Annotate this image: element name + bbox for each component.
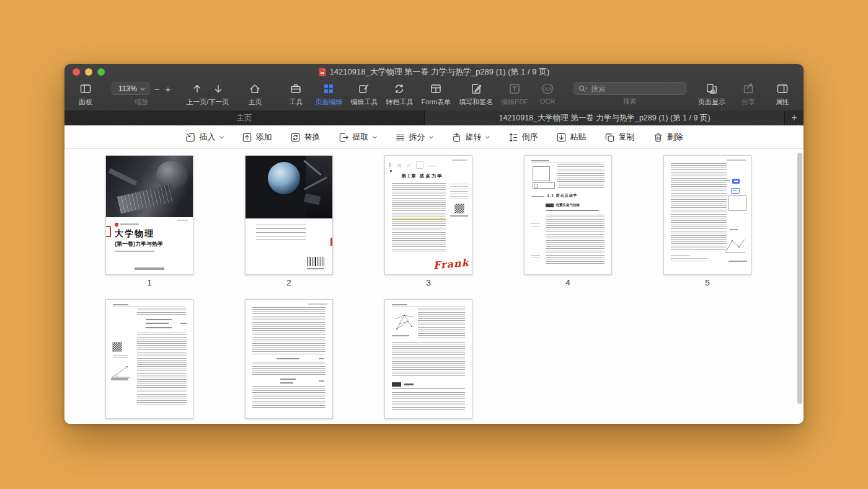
annotation-chip-outline[interactable] — [731, 188, 740, 194]
briefcase-icon — [290, 82, 302, 96]
zoom-controls: 113% − + 缩放 — [112, 82, 171, 107]
convert-arrows-icon — [393, 82, 405, 96]
caret-down-icon — [485, 136, 490, 139]
page-thumbnail-3[interactable]: × ✓ — 第1章 质点力学 Frank — [384, 155, 472, 275]
section-heading: 1.1 质点运动学 — [547, 193, 577, 199]
page-edit-action-bar: 插入 添加 替换 提取 拆分 — [64, 125, 804, 149]
panel-button[interactable]: 面板 — [74, 82, 97, 107]
rotate-button[interactable]: 旋转 — [451, 132, 490, 143]
page-preview-4: 1.1 质点运动学 位置矢量与位移 — [525, 156, 611, 274]
forms-button[interactable]: Form表单 — [421, 82, 451, 107]
replace-button[interactable]: 替换 — [290, 132, 321, 143]
svg-text:OCR: OCR — [543, 87, 552, 91]
page-cell-4: 1.1 质点运动学 位置矢量与位移 4 — [524, 155, 612, 287]
insert-icon — [185, 132, 196, 143]
pdf-app-window: 14210918_大学物理 第一卷 力学与热学_p289 (1) (第 1 / … — [64, 64, 804, 424]
form-table-icon — [430, 82, 442, 96]
page-cell-2: 2 — [245, 155, 333, 287]
tab-home[interactable]: 主页 — [64, 110, 425, 125]
split-icon — [395, 132, 405, 143]
insert-button[interactable]: 插入 — [185, 132, 224, 143]
zoom-in-button[interactable]: + — [165, 84, 172, 94]
page-edit-grid-icon — [322, 82, 335, 96]
page-number: 6 — [105, 422, 193, 424]
search-box[interactable] — [574, 82, 686, 95]
page-cell-6: 6 — [105, 299, 193, 424]
page-cell-8: 8 — [384, 299, 472, 424]
page-number: 4 — [524, 278, 612, 287]
page-preview-3: × ✓ — 第1章 质点力学 Frank — [385, 156, 472, 274]
tools-button[interactable]: 工具 — [285, 82, 307, 107]
new-tab-button[interactable]: + — [784, 110, 804, 125]
cover-title: 大学物理 — [115, 228, 154, 240]
barcode — [307, 257, 324, 266]
convert-tools-button[interactable]: 转档工具 — [386, 82, 413, 107]
cover-subtitle: (第一卷)力学与热学 — [115, 240, 163, 248]
home-button[interactable]: 主页 — [244, 82, 266, 107]
page-thumbnail-7[interactable] — [245, 299, 333, 419]
zoom-window-button[interactable] — [97, 68, 105, 76]
sidebar-panel-icon — [79, 82, 92, 96]
pdf-file-icon — [319, 68, 326, 76]
window-title: 14210918_大学物理 第一卷 力学与热学_p289 (1) (第 1 / … — [319, 66, 550, 78]
zoom-level-value: 113% — [118, 84, 137, 93]
page-thumbnail-5[interactable] — [663, 155, 751, 275]
page-thumbnail-4[interactable]: 1.1 质点运动学 位置矢量与位移 — [524, 155, 612, 275]
paste-button[interactable]: 粘贴 — [556, 132, 587, 143]
add-button[interactable]: 添加 — [242, 132, 272, 143]
caret-down-icon — [373, 136, 377, 139]
page-navigation: 上一页/下一页 — [186, 82, 229, 107]
split-button[interactable]: 拆分 — [395, 132, 433, 143]
page-cell-1: 大学物理 (第一卷)力学与热学 1 — [105, 155, 193, 287]
subsection-heading: 位置矢量与位移 — [556, 203, 580, 207]
zoom-out-button[interactable]: − — [154, 84, 161, 94]
extract-button[interactable]: 提取 — [339, 132, 377, 143]
traffic-lights — [73, 68, 105, 76]
qr-code — [455, 204, 464, 213]
tab-bar: 主页 14210918_大学物理 第一卷 力学与热学_p289 (1) (第 1… — [64, 110, 804, 125]
page-preview-1: 大学物理 (第一卷)力学与热学 — [106, 156, 193, 274]
reverse-order-button[interactable]: 倒序 — [508, 132, 538, 143]
scrollbar-thumb[interactable] — [797, 153, 802, 404]
copy-icon — [604, 132, 615, 143]
page-thumbnail-6[interactable] — [105, 299, 193, 419]
page-number: 2 — [245, 278, 333, 287]
next-page-icon[interactable] — [213, 83, 224, 94]
extract-icon — [339, 132, 349, 143]
dash-glyph: — — [428, 161, 436, 170]
search-input[interactable] — [590, 84, 681, 94]
properties-panel-icon — [776, 82, 789, 96]
page-display-icon — [705, 82, 719, 96]
thumbnail-row-1: 大学物理 (第一卷)力学与热学 1 — [105, 155, 804, 287]
page-thumbnail-1[interactable]: 大学物理 (第一卷)力学与热学 — [105, 155, 193, 275]
caret-down-icon — [429, 136, 433, 139]
square-glyph — [416, 161, 423, 169]
previous-page-icon[interactable] — [192, 83, 203, 94]
window-chrome: 14210918_大学物理 第一卷 力学与热学_p289 (1) (第 1 / … — [64, 64, 804, 110]
tab-document[interactable]: 14210918_大学物理 第一卷 力学与热学_p289 (1) (第 1 / … — [425, 110, 784, 125]
qr-code — [113, 343, 122, 351]
fill-sign-icon — [470, 82, 482, 96]
page-preview-2 — [246, 156, 332, 274]
edit-pdf-button[interactable]: 编辑PDF — [501, 82, 528, 107]
page-preview-6 — [106, 300, 193, 418]
minimize-button[interactable] — [85, 68, 92, 76]
copy-button[interactable]: 复制 — [604, 132, 635, 143]
close-button[interactable] — [73, 68, 80, 76]
page-cell-5: 5 — [663, 155, 751, 287]
properties-button[interactable]: 属性 — [771, 82, 794, 107]
share-button[interactable]: 分享 — [737, 82, 760, 107]
page-thumbnail-2[interactable] — [245, 155, 333, 275]
fill-sign-button[interactable]: 填写和签名 — [459, 82, 493, 107]
annotation-chip-filled[interactable] — [732, 179, 740, 184]
edit-tools-button[interactable]: 编辑工具 — [350, 82, 378, 107]
scrollbar[interactable] — [797, 153, 802, 420]
ocr-button[interactable]: OCR OCR — [536, 82, 559, 105]
page-edit-button[interactable]: 页面编辑 — [315, 82, 342, 107]
window-title-text: 14210918_大学物理 第一卷 力学与热学_p289 (1) (第 1 / … — [330, 66, 550, 78]
caret-down-icon — [219, 136, 224, 139]
page-thumbnail-8[interactable] — [384, 299, 472, 419]
zoom-level-select[interactable]: 113% — [112, 83, 149, 95]
page-display-button[interactable]: 页面显示 — [698, 82, 725, 107]
delete-button[interactable]: 删除 — [653, 132, 683, 143]
